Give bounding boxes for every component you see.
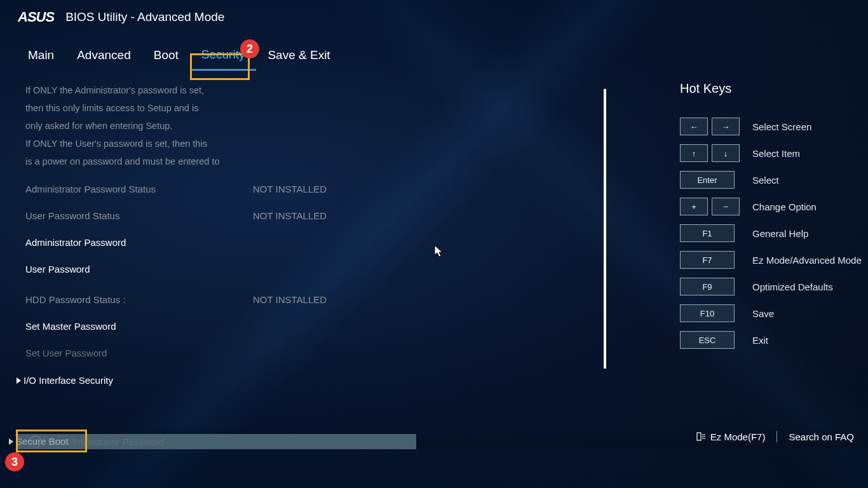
callout-badge-3: 3: [5, 452, 24, 471]
security-panel: If ONLY the Administrator's password is …: [0, 81, 635, 448]
key-button: F1: [680, 224, 735, 242]
user-password-status-row: User Password Status NOT INSTALLED: [25, 202, 635, 229]
hotkeys-title: Hot Keys: [680, 81, 868, 96]
key-button: +: [680, 198, 708, 215]
hotkey-label: Select Screen: [752, 121, 811, 132]
ez-mode-label: Ez Mode(F7): [710, 431, 766, 442]
key-button: F7: [680, 251, 735, 269]
tab-save-exit[interactable]: Save & Exit: [256, 44, 341, 70]
secure-boot-item[interactable]: Secure Boot: [18, 434, 69, 449]
scrollbar[interactable]: [604, 89, 606, 369]
hotkey-label: Ez Mode/Advanced Mode: [752, 255, 862, 266]
hotkey-label: Save: [752, 308, 774, 319]
tab-bar: Main Advanced Boot Security Save & Exit …: [0, 34, 868, 76]
hotkey-row: F1General Help: [680, 224, 868, 242]
main-area: If ONLY the Administrator's password is …: [0, 76, 868, 448]
search-faq-button[interactable]: Search on FAQ: [789, 431, 854, 442]
hotkey-row: ↑↓Select Item: [680, 144, 868, 162]
hotkey-label: Optimized Defaults: [752, 281, 833, 292]
chevron-right-icon: [9, 438, 13, 445]
hotkey-row: ←→Select Screen: [680, 118, 868, 135]
set-master-password-label: Set Master Password: [25, 321, 253, 332]
hotkey-row: F7Ez Mode/Advanced Mode: [680, 251, 868, 269]
hotkey-keys: F9: [680, 278, 728, 295]
ez-mode-button[interactable]: Ez Mode(F7): [696, 431, 766, 442]
hotkey-keys: Enter: [680, 171, 728, 189]
key-button: Enter: [680, 171, 735, 189]
help-line: is a power on password and must be enter…: [25, 152, 635, 170]
hotkey-keys: ←→: [680, 118, 728, 135]
help-text: If ONLY the Administrator's password is …: [25, 81, 635, 170]
secure-boot-selection-bar: [16, 434, 416, 449]
admin-password-status-label: Administrator Password Status: [25, 184, 253, 194]
set-user-password-label: Set User Password: [25, 348, 253, 358]
user-password-item[interactable]: User Password: [25, 255, 635, 282]
key-button: ESC: [680, 331, 735, 349]
help-line: only asked for when entering Setup.: [25, 117, 635, 135]
hotkey-row: +−Change Option: [680, 198, 868, 215]
app-title: BIOS Utility - Advanced Mode: [65, 10, 224, 24]
header: ASUS BIOS Utility - Advanced Mode: [0, 0, 868, 34]
svg-rect-0: [697, 433, 701, 440]
hdd-password-status-value: NOT INSTALLED: [253, 294, 327, 305]
key-button: ←: [680, 118, 708, 135]
hotkey-keys: F10: [680, 304, 728, 322]
io-interface-security-item[interactable]: I/O Interface Security: [25, 371, 635, 390]
key-button: F9: [680, 278, 735, 295]
administrator-password-label: Administrator Password: [25, 237, 253, 248]
hotkey-keys: F7: [680, 251, 728, 269]
key-button: F10: [680, 304, 735, 322]
tab-advanced[interactable]: Advanced: [65, 44, 142, 70]
hotkey-keys: F1: [680, 224, 728, 242]
hotkey-label: Exit: [752, 335, 768, 346]
key-button: →: [712, 118, 740, 135]
admin-password-status-row: Administrator Password Status NOT INSTAL…: [25, 175, 635, 202]
callout-badge-2: 2: [240, 39, 259, 58]
hotkey-label: Select Item: [752, 148, 800, 159]
admin-password-status-value: NOT INSTALLED: [253, 184, 327, 194]
io-interface-security-label: I/O Interface Security: [24, 375, 113, 386]
help-line: then this only limits access to Setup an…: [25, 99, 635, 117]
hotkey-keys: +−: [680, 198, 728, 215]
help-line: If ONLY the User's password is set, then…: [25, 135, 635, 152]
set-user-password-item: Set User Password: [25, 339, 635, 366]
user-password-status-value: NOT INSTALLED: [253, 210, 327, 221]
hotkey-row: F9Optimized Defaults: [680, 278, 868, 295]
key-button: −: [712, 198, 740, 215]
hotkey-label: General Help: [752, 228, 808, 239]
chevron-right-icon: [17, 377, 21, 384]
help-line: If ONLY the Administrator's password is …: [25, 81, 635, 99]
hotkey-keys: ↑↓: [680, 144, 728, 162]
mouse-cursor-icon: [434, 245, 445, 259]
asus-logo: ASUS: [18, 9, 54, 25]
hotkey-row: ESCExit: [680, 331, 868, 349]
user-password-status-label: User Password Status: [25, 210, 253, 221]
administrator-password-item[interactable]: Administrator Password: [25, 229, 635, 255]
set-master-password-item[interactable]: Set Master Password: [25, 313, 635, 339]
hotkey-label: Change Option: [752, 201, 817, 212]
tab-boot[interactable]: Boot: [142, 44, 190, 70]
secure-boot-label: Secure Boot: [16, 436, 69, 447]
hotkey-keys: ESC: [680, 331, 728, 349]
tab-main[interactable]: Main: [17, 44, 65, 70]
hotkeys-panel: Hot Keys ←→Select Screen↑↓Select ItemEnt…: [635, 81, 868, 448]
hdd-password-status-label: HDD Password Status :: [25, 294, 253, 305]
hotkey-label: Select: [752, 175, 779, 186]
key-button: ↑: [680, 144, 708, 162]
user-password-label: User Password: [25, 264, 253, 274]
hotkey-row: EnterSelect: [680, 171, 868, 189]
hdd-password-status-row: HDD Password Status : NOT INSTALLED: [25, 286, 635, 313]
key-button: ↓: [712, 144, 740, 162]
ez-mode-icon: [696, 432, 707, 441]
hotkey-row: F10Save: [680, 304, 868, 322]
footer-separator: [776, 431, 777, 442]
